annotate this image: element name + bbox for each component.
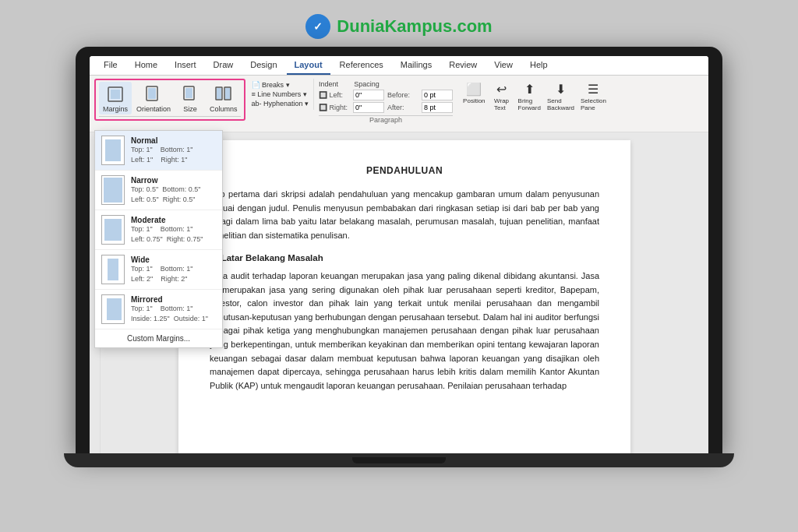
orientation-button[interactable]: Orientation (133, 82, 174, 115)
laptop-notch (352, 457, 446, 463)
after-spacing-input[interactable] (422, 102, 453, 113)
margin-normal-name: Normal (131, 136, 216, 145)
line-numbers-button[interactable]: ≡ Line Numbers ▾ (250, 90, 311, 99)
margin-mirrored-values: Top: 1" Bottom: 1"Inside: 1.25" Outside:… (131, 304, 216, 323)
laptop-base (64, 453, 734, 467)
before-spacing-input[interactable] (422, 90, 453, 100)
tab-mailings[interactable]: Mailings (393, 56, 440, 75)
selection-pane-label: SelectionPane (581, 97, 606, 111)
margin-wide-option[interactable]: Wide Top: 1" Bottom: 1"Left: 2" Right: 2… (95, 250, 222, 290)
selection-pane-button[interactable]: ☰ SelectionPane (578, 80, 609, 113)
size-label: Size (183, 105, 197, 113)
wrap-text-label: WrapText (494, 97, 509, 111)
margin-narrow-text: Narrow Top: 0.5" Bottom: 0.5"Left: 0.5" … (131, 176, 216, 204)
before-spacing-label: Before: (387, 91, 418, 99)
tab-draw[interactable]: Draw (206, 56, 242, 75)
bring-forward-icon: ⬆ (524, 82, 535, 97)
bring-forward-button[interactable]: ⬆ BringForward (516, 80, 543, 113)
margins-dropdown: Normal Top: 1" Bottom: 1"Left: 1" Right:… (94, 130, 223, 348)
send-backward-button[interactable]: ⬇ SendBackward (545, 80, 577, 113)
brand-name: DuniaKampus.com (337, 16, 492, 37)
tab-help[interactable]: Help (522, 56, 556, 75)
tab-layout[interactable]: Layout (287, 56, 330, 75)
page-setup-label (99, 116, 241, 118)
indent-header: Indent (319, 80, 338, 88)
laptop-shell: File Home Insert Draw Design Layout Refe… (76, 47, 722, 453)
tab-review[interactable]: Review (441, 56, 485, 75)
brand-name-kampus: Kampus (384, 16, 452, 36)
indent-spacing-group: Indent Spacing 🔲 Left: Before: 🔲 Right: … (316, 79, 456, 125)
document-title: PENDAHULUAN (210, 164, 599, 178)
margin-narrow-preview (101, 175, 125, 205)
tab-insert[interactable]: Insert (167, 56, 204, 75)
page-setup-group: Margins Orientation Size (94, 79, 245, 121)
brand-name-dunia: Dunia (337, 16, 384, 36)
ribbon-tabs: File Home Insert Draw Design Layout Refe… (90, 56, 708, 76)
margin-wide-name: Wide (131, 255, 216, 264)
margin-narrow-option[interactable]: Narrow Top: 0.5" Bottom: 0.5"Left: 0.5" … (95, 171, 222, 210)
document-intro-paragraph: Bab pertama dari skripsi adalah pendahul… (210, 188, 599, 242)
ribbon: File Home Insert Draw Design Layout Refe… (90, 56, 708, 132)
columns-button[interactable]: Columns (207, 82, 241, 115)
right-indent-input[interactable] (353, 102, 384, 113)
margin-mirrored-text: Mirrored Top: 1" Bottom: 1"Inside: 1.25"… (131, 295, 216, 323)
wrap-text-button[interactable]: ↩ WrapText (489, 80, 514, 113)
position-button[interactable]: ⬜ Position (461, 80, 487, 113)
breaks-group: 📄 Breaks ▾ ≡ Line Numbers ▾ ab- Hyphenat… (247, 79, 315, 110)
orientation-label: Orientation (136, 105, 171, 113)
columns-label: Columns (210, 105, 238, 113)
margin-normal-text: Normal Top: 1" Bottom: 1"Left: 1" Right:… (131, 136, 216, 164)
margin-mirrored-option[interactable]: Mirrored Top: 1" Bottom: 1"Inside: 1.25"… (95, 290, 222, 329)
position-label: Position (463, 97, 485, 104)
tab-home[interactable]: Home (127, 56, 165, 75)
selection-pane-icon: ☰ (588, 82, 598, 97)
tab-references[interactable]: References (332, 56, 391, 75)
svg-rect-3 (148, 88, 156, 99)
margin-moderate-preview (101, 215, 125, 245)
margin-normal-preview (101, 136, 125, 165)
right-indent-label: 🔲 Right: (319, 104, 350, 111)
svg-rect-8 (217, 88, 221, 99)
tab-file[interactable]: File (96, 56, 125, 75)
margin-narrow-values: Top: 0.5" Bottom: 0.5"Left: 0.5" Right: … (131, 185, 216, 204)
margin-moderate-name: Moderate (131, 216, 216, 224)
margin-moderate-option[interactable]: Moderate Top: 1" Bottom: 1"Left: 0.75" R… (95, 210, 222, 250)
margins-icon (104, 83, 126, 105)
margins-label: Margins (103, 105, 128, 113)
bring-forward-label: BringForward (518, 97, 541, 111)
margin-normal-option[interactable]: Normal Top: 1" Bottom: 1"Left: 1" Right:… (95, 131, 222, 171)
margin-moderate-values: Top: 1" Bottom: 1"Left: 0.75" Right: 0.7… (131, 224, 216, 244)
document-section-heading: A. Latar Belakang Masalah (210, 251, 599, 265)
spacing-header: Spacing (354, 80, 380, 88)
wrap-text-icon: ↩ (496, 82, 507, 97)
after-spacing-label: After: (387, 104, 418, 111)
brand-domain: .com (452, 16, 492, 36)
left-indent-input[interactable] (353, 90, 384, 100)
laptop-screen: File Home Insert Draw Design Layout Refe… (90, 56, 708, 453)
arrange-group: ⬜ Position ↩ WrapText ⬆ BringForward ⬇ S… (457, 79, 612, 115)
tab-view[interactable]: View (486, 56, 521, 75)
document-main-paragraph: Jasa audit terhadap laporan keuangan mer… (210, 270, 599, 393)
margins-button[interactable]: Margins (99, 82, 132, 115)
margin-mirrored-name: Mirrored (131, 295, 216, 304)
margin-mirrored-preview (101, 294, 125, 324)
document-page: PENDAHULUAN Bab pertama dari skripsi ada… (178, 140, 630, 453)
size-icon (179, 83, 201, 105)
svg-rect-1 (111, 90, 120, 99)
tab-design[interactable]: Design (242, 56, 284, 75)
custom-margins-button[interactable]: Custom Margins... (95, 329, 222, 347)
margin-normal-values: Top: 1" Bottom: 1"Left: 1" Right: 1" (131, 145, 216, 164)
size-button[interactable]: Size (175, 82, 205, 115)
hyphenation-button[interactable]: ab- Hyphenation ▾ (250, 99, 311, 108)
send-backward-icon: ⬇ (556, 82, 566, 97)
paragraph-group-label: Paragraph (319, 115, 453, 124)
margin-moderate-text: Moderate Top: 1" Bottom: 1"Left: 0.75" R… (131, 216, 216, 244)
margin-wide-text: Wide Top: 1" Bottom: 1"Left: 2" Right: 2… (131, 255, 216, 284)
brand-logo-icon: ✓ (305, 14, 330, 39)
svg-rect-9 (225, 88, 230, 99)
orientation-icon (143, 83, 164, 105)
columns-icon (213, 83, 235, 105)
breaks-button[interactable]: 📄 Breaks ▾ (250, 80, 311, 90)
svg-rect-5 (185, 88, 192, 98)
margin-wide-values: Top: 1" Bottom: 1"Left: 2" Right: 2" (131, 264, 216, 284)
